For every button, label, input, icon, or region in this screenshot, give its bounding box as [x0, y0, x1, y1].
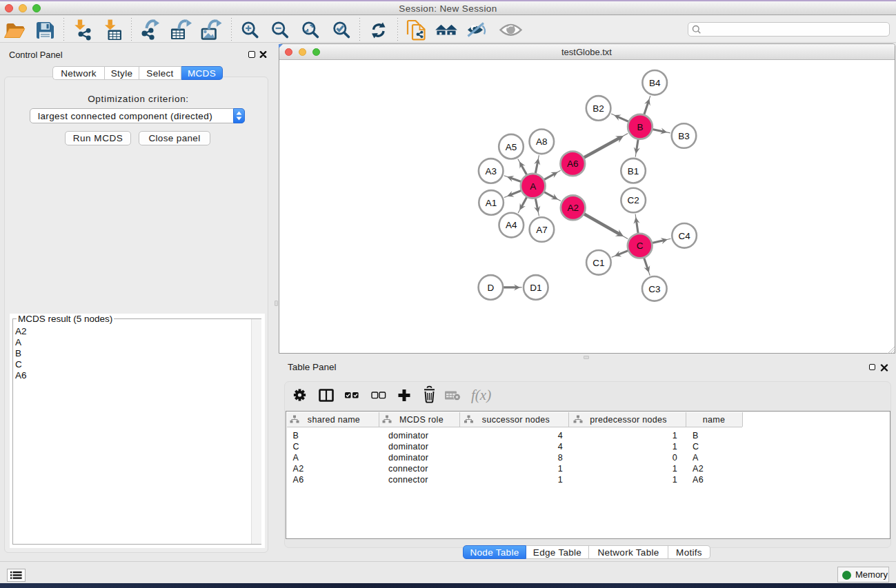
svg-text:B3: B3 [678, 131, 690, 141]
svg-text:A7: A7 [536, 225, 548, 235]
svg-text:C1: C1 [593, 258, 604, 268]
svg-text:D: D [487, 283, 494, 293]
svg-text:D1: D1 [530, 283, 541, 293]
svg-text:A1: A1 [485, 198, 497, 208]
svg-text:A6: A6 [567, 159, 579, 169]
svg-text:C3: C3 [648, 284, 660, 294]
svg-text:A5: A5 [505, 142, 517, 152]
svg-text:A: A [530, 181, 536, 192]
svg-text:B4: B4 [648, 78, 660, 88]
svg-text:C2: C2 [627, 195, 639, 205]
svg-text:B1: B1 [627, 166, 639, 176]
svg-text:f(x): f(x) [471, 387, 491, 403]
svg-text:A4: A4 [506, 220, 517, 230]
svg-text:A8: A8 [536, 136, 548, 147]
svg-text:C: C [636, 241, 643, 251]
svg-text:C4: C4 [678, 231, 690, 241]
svg-text:A3: A3 [485, 166, 497, 176]
svg-text:B2: B2 [593, 103, 604, 114]
svg-text:A2: A2 [567, 203, 579, 213]
svg-text:B: B [637, 122, 643, 132]
